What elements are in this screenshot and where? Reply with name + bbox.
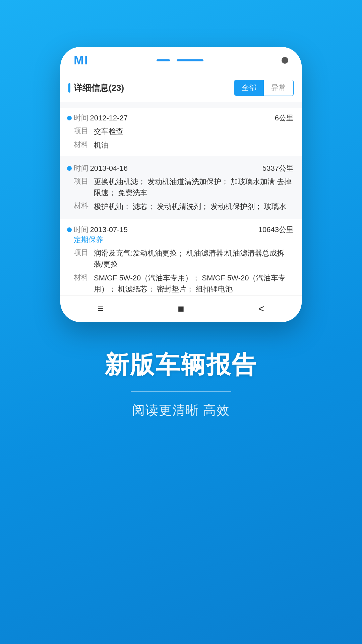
header-title-bar: 详细信息(23) [68,82,234,94]
record-date-2: 2013-04-16 [90,164,128,172]
field-label-3a: 项目 [74,248,94,258]
field-value-1a: 交车检查 [94,126,294,137]
record-mileage-2: 5337公里 [262,163,294,173]
status-dash-icon [157,59,170,61]
field-label-1a: 项目 [74,126,94,136]
filter-all-button[interactable]: 全部 [234,80,264,96]
time-label-1: 时间 [74,114,88,122]
record-date-1: 2012-12-27 [90,114,128,122]
record-field-row-1a: 项目 交车检查 [74,126,294,137]
field-label-3b: 材料 [74,272,94,282]
record-item-1: 时间 2012-12-27 6公里 项目 交车检查 材料 机油 [60,108,302,156]
status-dot-icon [282,57,288,64]
phone-bottom-nav: ≡ ■ < [60,295,302,322]
time-label-2: 时间 [74,164,88,172]
field-label-1b: 材料 [74,140,94,150]
phone-container: MI 详细信息(23) 全部 异常 [60,47,302,322]
sub-title: 阅读更清晰 高效 [132,402,230,419]
bottom-text-area: 新版车辆报告 阅读更清晰 高效 [105,349,257,419]
mi-logo: MI [74,53,88,67]
field-label-2a: 项目 [74,176,94,186]
records-list: 时间 2012-12-27 6公里 项目 交车检查 材料 机油 [60,102,302,295]
field-value-1b: 机油 [94,140,294,151]
field-label-2b: 材料 [74,201,94,211]
field-value-3b: SM/GF 5W-20（汽油车专用）； SM/GF 5W-20（汽油车专用）； … [94,272,294,294]
phone-mockup: MI 详细信息(23) 全部 异常 [60,47,302,322]
record-field-row-3a: 项目 润滑及充气:发动机油更换； 机油滤清器:机油滤清器总成拆装/更换 [74,248,294,270]
record-date-row-1: 时间 2012-12-27 6公里 [74,113,294,123]
nav-back-icon[interactable]: < [258,303,265,315]
app-content: 详细信息(23) 全部 异常 时间 2012-12-27 [60,74,302,322]
main-title: 新版车辆报告 [105,349,257,381]
nav-menu-icon[interactable]: ≡ [98,303,104,315]
record-field-row-3b: 材料 SM/GF 5W-20（汽油车专用）； SM/GF 5W-20（汽油车专用… [74,272,294,294]
field-value-2b: 极护机油； 滤芯； 发动机清洗剂； 发动机保护剂； 玻璃水 [94,201,294,212]
record-field-row-2a: 项目 更换机油机滤； 发动机油道清洗加保护； 加玻璃水加满 去掉限速； 免费洗车 [74,176,294,198]
filter-buttons: 全部 异常 [234,80,294,96]
record-item-3: 时间 2013-07-15 10643公里 定期保养 项目 润滑及充气:发动机油… [60,219,302,295]
header-title: 详细信息(23) [74,82,124,94]
record-date-3: 2013-07-15 [90,225,128,234]
status-bar-center [88,59,272,61]
nav-home-icon[interactable]: ■ [178,303,184,315]
time-label-3: 时间 [74,225,88,234]
detail-header: 详细信息(23) 全部 异常 [60,74,302,102]
header-accent-bar [68,83,70,93]
status-dash-long-icon [177,59,203,61]
record-item-2: 时间 2013-04-16 5337公里 项目 更换机油机滤； 发动机油道清洗加… [60,158,302,217]
record-dot-3 [67,227,72,232]
record-dot-2 [67,166,72,171]
field-value-2a: 更换机油机滤； 发动机油道清洗加保护； 加玻璃水加满 去掉限速； 免费洗车 [94,176,294,198]
record-date-row-3: 时间 2013-07-15 10643公里 [74,225,294,235]
record-mileage-3: 10643公里 [258,225,294,235]
record-field-row-1b: 材料 机油 [74,140,294,151]
record-date-row-2: 时间 2013-04-16 5337公里 [74,163,294,173]
tag-dingqi-3: 定期保养 [74,235,294,245]
record-dot-1 [67,116,72,120]
record-field-row-2b: 材料 极护机油； 滤芯； 发动机清洗剂； 发动机保护剂； 玻璃水 [74,201,294,212]
filter-abnormal-button[interactable]: 异常 [264,80,293,96]
field-value-3a: 润滑及充气:发动机油更换； 机油滤清器:机油滤清器总成拆装/更换 [94,248,294,270]
divider-line [131,391,231,392]
record-mileage-1: 6公里 [275,113,294,123]
phone-status-bar: MI [60,47,302,74]
